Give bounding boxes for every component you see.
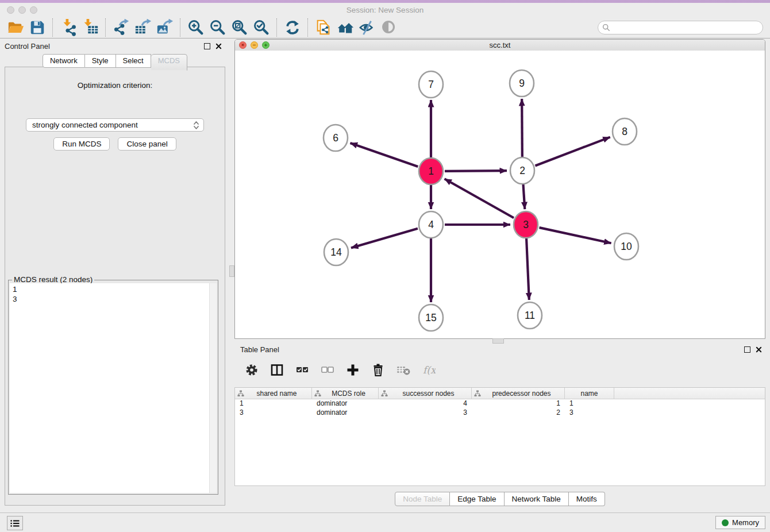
tab-motifs[interactable]: Motifs [569,492,605,506]
zoom-selected-button[interactable] [251,18,272,37]
select-all-columns-button[interactable] [295,362,309,378]
clone-network-icon [315,19,332,36]
search-field-wrap [598,21,763,34]
delete-column-button[interactable] [371,362,385,378]
export-table-button[interactable] [132,18,154,37]
open-session-button[interactable] [5,18,26,37]
column-header-name[interactable]: name [565,388,614,399]
edge-2-9[interactable] [522,99,522,157]
table-row[interactable]: 1dominator411 [235,399,765,408]
delete-table-button [396,362,410,378]
import-network-button[interactable] [57,18,79,37]
tab-network[interactable]: Network [43,54,85,68]
cell-predecessor-nodes[interactable]: 2 [472,408,565,418]
tab-edge-table[interactable]: Edge Table [450,492,504,506]
edge-4-14[interactable] [351,229,418,248]
search-input[interactable] [598,21,763,34]
node-2[interactable]: 2 [510,157,534,184]
zoom-in-button[interactable] [185,18,207,37]
node-10[interactable]: 10 [614,233,638,260]
column-header-shared-name[interactable]: shared name [235,388,312,399]
tab-network-table[interactable]: Network Table [505,492,569,506]
zoom-fit-button[interactable] [229,18,251,37]
refresh-view-button[interactable] [282,18,303,37]
edge-3-11[interactable] [526,238,529,300]
network-window-title: scc.txt [235,41,765,49]
tab-select[interactable]: Select [116,54,151,68]
deselect-all-columns-button[interactable] [321,362,334,378]
run-mcds-button[interactable]: Run MCDS [53,137,110,151]
node-label: 7 [428,79,434,90]
node-9[interactable]: 9 [510,70,534,97]
table-settings-button[interactable] [245,362,259,378]
cell-name[interactable]: 3 [565,408,614,418]
node-3[interactable]: 3 [514,211,538,238]
column-label: name [567,390,611,398]
table-row[interactable]: 3dominator323 [235,408,765,418]
node-15[interactable]: 15 [419,304,443,331]
toggle-column-panel-button[interactable] [270,362,284,378]
tab-mcds[interactable]: MCDS [151,54,187,71]
close-panel-icon[interactable] [215,43,222,49]
optimization-select[interactable]: strongly connected component [26,118,204,132]
export-network-button[interactable] [110,18,132,37]
clone-network-button[interactable] [313,18,334,37]
function-builder-button: f(x) [422,362,436,378]
node-7[interactable]: 7 [419,71,443,98]
control-panel-tabs: NetworkStyleSelectMCDS [5,54,225,68]
tab-style[interactable]: Style [85,54,116,68]
close-panel-button[interactable]: Close panel [118,137,176,151]
export-image-button[interactable] [154,18,176,37]
horizontal-splitter-handle[interactable] [229,265,234,277]
cell-predecessor-nodes[interactable]: 1 [472,399,565,408]
save-session-button[interactable] [26,18,48,37]
node-14[interactable]: 14 [324,239,348,265]
node-11[interactable]: 11 [518,302,542,329]
edge-2-8[interactable] [535,137,610,166]
cell-MCDS-role[interactable]: dominator [312,408,379,418]
edge-3-1[interactable] [445,179,514,218]
edge-1-2[interactable] [445,171,507,171]
column-header-predecessor-nodes[interactable]: predecessor nodes [472,388,565,399]
delete-column-icon [371,363,385,377]
cell-shared-name[interactable]: 1 [235,399,312,408]
float-panel-icon[interactable] [204,43,210,49]
memory-button[interactable]: Memory [715,516,765,529]
cell-name[interactable]: 1 [565,399,614,408]
first-neighbors-button[interactable] [334,18,356,37]
close-table-panel-icon[interactable] [756,346,762,353]
add-column-button[interactable] [346,362,360,378]
cell-MCDS-role[interactable]: dominator [312,399,379,408]
edge-3-10[interactable] [539,228,611,243]
zoom-out-icon [209,19,226,36]
float-table-panel-icon[interactable] [744,346,750,353]
mcds-result-scrollbar[interactable] [209,283,217,493]
task-history-button[interactable] [7,516,23,530]
node-6[interactable]: 6 [324,125,348,151]
list-icon [10,519,20,528]
control-panel-title: Control Panel [5,42,204,51]
node-table: shared nameMCDS rolesuccessor nodesprede… [234,387,765,486]
edge-1-6[interactable] [350,143,418,167]
app-titlebar: Session: New Session [0,3,770,17]
import-table-icon [82,19,99,36]
import-table-button[interactable] [79,18,101,37]
column-header-successor-nodes[interactable]: successor nodes [379,388,472,399]
cell-successor-nodes[interactable]: 4 [379,399,472,408]
node-1[interactable]: 1 [419,158,443,184]
toolbar-separator [105,18,106,37]
mcds-result-line: 3 [13,294,207,304]
node-4[interactable]: 4 [419,211,443,238]
cell-shared-name[interactable]: 3 [235,408,312,418]
network-graph-canvas[interactable]: 1234678910111415 [235,51,765,338]
cell-successor-nodes[interactable]: 3 [379,408,472,418]
column-header-MCDS-role[interactable]: MCDS role [312,388,379,399]
edge-2-3[interactable] [523,184,525,209]
mcds-result-list[interactable]: 13 [10,283,210,493]
network-window-titlebar[interactable]: × − + scc.txt [235,40,765,51]
hide-selected-button[interactable] [356,18,378,37]
add-column-icon [346,363,360,377]
node-8[interactable]: 8 [613,118,637,145]
tab-node-table[interactable]: Node Table [395,492,450,506]
zoom-out-button[interactable] [207,18,229,37]
